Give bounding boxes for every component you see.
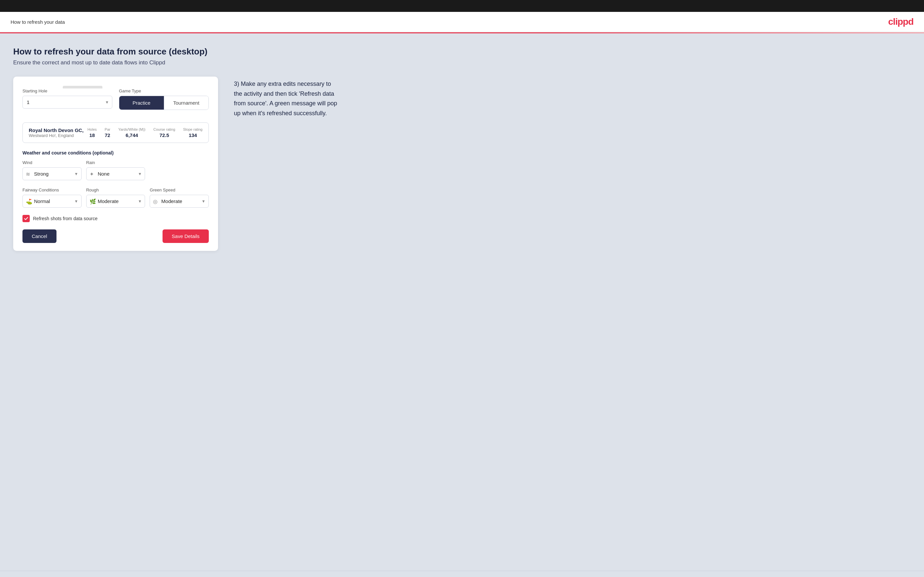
holes-stat: Holes 18	[87, 127, 97, 138]
header-title: How to refresh your data	[11, 19, 65, 25]
starting-hole-label: Starting Hole	[23, 89, 112, 93]
game-type-toggle: Practice Tournament	[119, 96, 209, 110]
rain-label: Rain	[86, 160, 145, 165]
course-rating-value: 72.5	[160, 132, 169, 138]
save-button[interactable]: Save Details	[163, 229, 209, 243]
green-speed-label: Green Speed	[150, 187, 209, 192]
panel-top-tabs	[23, 86, 209, 89]
rough-select-wrapper: 🌿 Moderate Light Heavy ▼	[86, 195, 145, 208]
side-text: 3) Make any extra edits necessary to the…	[234, 77, 339, 119]
rough-label: Rough	[86, 187, 145, 192]
conditions-row2: Fairway Conditions ⛳ Normal Soft Hard ▼ …	[23, 187, 209, 208]
course-location: Westward Ho!, England	[29, 133, 87, 138]
slope-rating-label: Slope rating	[183, 127, 202, 131]
logo: clippd	[888, 16, 913, 27]
green-speed-group: Green Speed ◎ Moderate Slow Fast ▼	[150, 187, 209, 208]
header: How to refresh your data clippd	[0, 12, 924, 32]
wind-label: Wind	[23, 160, 82, 165]
refresh-checkbox-row: Refresh shots from data source	[23, 215, 209, 222]
course-stats: Holes 18 Par 72 Yards/White (M)) 6,744 C…	[87, 127, 202, 138]
rough-group: Rough 🌿 Moderate Light Heavy ▼	[86, 187, 145, 208]
checkmark-icon	[24, 216, 28, 221]
form-panel: Starting Hole 1 10 ▼ Game Type Practice …	[13, 77, 218, 251]
fairway-select[interactable]: Normal Soft Hard	[23, 195, 82, 208]
tournament-button[interactable]: Tournament	[164, 96, 209, 110]
course-name: Royal North Devon GC,	[29, 127, 87, 133]
conditions-row1: Wind ≋ Strong Light None ▼ Rain ✦	[23, 160, 209, 180]
yards-stat: Yards/White (M)) 6,744	[118, 127, 145, 138]
panel-tab-2	[63, 86, 102, 89]
starting-hole-wrapper: 1 10 ▼	[23, 96, 112, 109]
page-subheading: Ensure the correct and most up to date d…	[13, 60, 911, 66]
par-label: Par	[105, 127, 110, 131]
wind-select[interactable]: Strong Light None	[23, 168, 82, 180]
conditions-title: Weather and course conditions (optional)	[23, 150, 209, 155]
fairway-label: Fairway Conditions	[23, 187, 82, 192]
green-speed-select-wrapper: ◎ Moderate Slow Fast ▼	[150, 195, 209, 208]
fairway-group: Fairway Conditions ⛳ Normal Soft Hard ▼	[23, 187, 82, 208]
green-speed-select[interactable]: Moderate Slow Fast	[150, 195, 209, 208]
rain-select-wrapper: ✦ None Light Heavy ▼	[86, 168, 145, 180]
holes-value: 18	[89, 132, 95, 138]
starting-hole-group: Starting Hole 1 10 ▼	[23, 89, 112, 116]
cancel-button[interactable]: Cancel	[23, 229, 57, 243]
button-row: Cancel Save Details	[23, 229, 209, 243]
practice-button[interactable]: Practice	[119, 96, 164, 110]
course-card: Royal North Devon GC, Westward Ho!, Engl…	[23, 122, 209, 143]
course-rating-label: Course rating	[153, 127, 175, 131]
wind-group: Wind ≋ Strong Light None ▼	[23, 160, 82, 180]
slope-rating-stat: Slope rating 134	[183, 127, 202, 138]
refresh-checkbox[interactable]	[23, 215, 30, 222]
fairway-select-wrapper: ⛳ Normal Soft Hard ▼	[23, 195, 82, 208]
course-rating-stat: Course rating 72.5	[153, 127, 175, 138]
placeholder-col1	[150, 160, 209, 180]
refresh-label: Refresh shots from data source	[33, 216, 97, 221]
yards-value: 6,744	[126, 132, 138, 138]
starting-hole-game-type-row: Starting Hole 1 10 ▼ Game Type Practice …	[23, 89, 209, 116]
starting-hole-select[interactable]: 1 10	[23, 96, 112, 109]
holes-label: Holes	[87, 127, 97, 131]
side-text-paragraph: 3) Make any extra edits necessary to the…	[234, 79, 339, 119]
slope-rating-value: 134	[189, 132, 197, 138]
page-heading: How to refresh your data from source (de…	[13, 47, 911, 57]
wind-select-wrapper: ≋ Strong Light None ▼	[23, 168, 82, 180]
game-type-group: Game Type Practice Tournament	[119, 89, 209, 110]
yards-label: Yards/White (M))	[118, 127, 145, 131]
content-layout: Starting Hole 1 10 ▼ Game Type Practice …	[13, 77, 911, 251]
game-type-label: Game Type	[119, 89, 209, 93]
rain-select[interactable]: None Light Heavy	[86, 168, 145, 180]
footer: Copyright Clippd 2022	[0, 571, 924, 577]
top-bar	[0, 0, 924, 12]
main-content: How to refresh your data from source (de…	[0, 33, 924, 571]
rain-group: Rain ✦ None Light Heavy ▼	[86, 160, 145, 180]
panel-tab-1	[23, 86, 62, 89]
course-info: Royal North Devon GC, Westward Ho!, Engl…	[29, 127, 87, 138]
rough-select[interactable]: Moderate Light Heavy	[86, 195, 145, 208]
par-stat: Par 72	[105, 127, 110, 138]
par-value: 72	[105, 132, 110, 138]
